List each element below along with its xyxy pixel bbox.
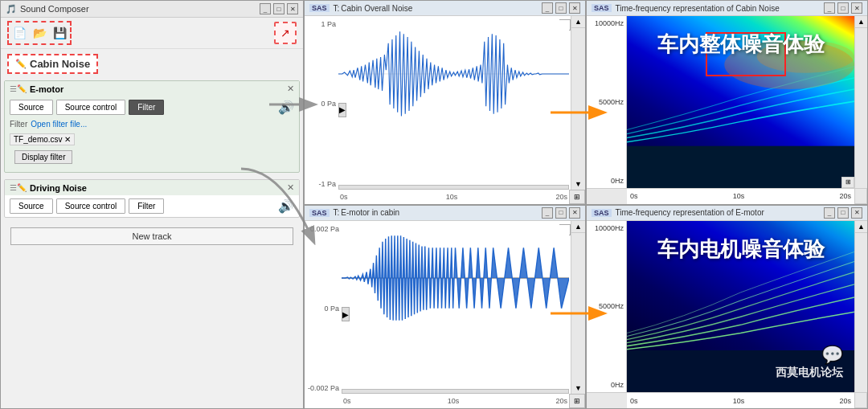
track-container: ☰ ✏️ E-motor ✕ Source Source control Fil… xyxy=(1,77,303,408)
minimize-btn[interactable]: _ xyxy=(260,3,271,14)
tf-cabin-chinese-text: 车内整体噪音体验 xyxy=(631,31,851,59)
driving-noise-track: ☰ ✏️ Driving Noise ✕ Source Source contr… xyxy=(4,179,300,218)
emoror-track-drag-icon: ☰ xyxy=(10,84,17,93)
driving-source-button[interactable]: Source xyxy=(10,198,53,214)
new-track-button[interactable]: New track xyxy=(10,227,293,245)
driving-noise-track-header: ☰ ✏️ Driving Noise ✕ xyxy=(5,180,299,195)
tf-emoror-panel: SAS Time-frequency representation of E-m… xyxy=(586,205,868,410)
driving-track-drag-icon: ☰ xyxy=(10,183,17,192)
cabin-waveform-svg xyxy=(338,20,569,128)
emoror-in-cabin-panel: SAS T: E-motor in cabin _ □ ✕ 🔊 E-motor … xyxy=(304,205,586,410)
emoror-x-10: 10s xyxy=(448,397,460,405)
cabin-overall-noise-title-prefix: T: xyxy=(334,4,340,13)
cabin-overall-noise-titlebar: SAS T: Cabin Overall Noise _ □ ✕ xyxy=(305,1,585,16)
tf-expand-icon[interactable]: ⊞ xyxy=(845,178,851,186)
sas-badge-1: SAS xyxy=(309,4,330,12)
cabin-y-label-top: 1 Pa xyxy=(305,20,336,28)
tl-close-btn[interactable]: ✕ xyxy=(569,2,580,14)
bl-minimize-btn[interactable]: _ xyxy=(542,207,553,219)
bl-maximize-btn[interactable]: □ xyxy=(555,207,567,219)
cabin-vscroll[interactable]: ▲ ▼ xyxy=(571,16,585,190)
tf-emoror-y-mid: 5000Hz xyxy=(589,302,624,310)
tf-emoror-x-20: 20s xyxy=(839,397,851,405)
share-button[interactable]: ↗ xyxy=(274,22,297,44)
cabin-overall-noise-title: Cabin Overall Noise xyxy=(341,4,539,13)
emoror-vscroll[interactable]: ▲ ▼ xyxy=(571,221,585,395)
tf-cabin-noise-panel: SAS Time-frequency representation of Cab… xyxy=(586,0,868,205)
cabin-noise-label: Cabin Noise xyxy=(30,58,90,70)
tf-emoror-x-0: 0s xyxy=(630,397,638,405)
emoror-filter-row: Filter Open filter file... xyxy=(5,118,299,132)
close-btn[interactable]: ✕ xyxy=(287,3,298,14)
cabin-y-label-bot: -1 Pa xyxy=(305,180,336,188)
tf-cabin-corner xyxy=(854,188,867,204)
tf-cabin-y-mid: 5000Hz xyxy=(589,98,624,106)
cabin-x-axis: 0s 10s 20s xyxy=(338,190,569,204)
save-file-button[interactable]: 💾 xyxy=(51,24,68,42)
toolbar: 📄 📂 💾 ↗ xyxy=(1,18,303,49)
open-filter-link[interactable]: Open filter file... xyxy=(31,120,87,129)
tf-cabin-y-axis: 10000Hz 5000Hz 0Hz xyxy=(587,16,627,188)
tf-emoror-chart: 10000Hz 5000Hz 0Hz xyxy=(587,221,867,409)
tf-cabin-x-0: 0s xyxy=(630,192,638,200)
file-tag: TF_demo.csv ✕ xyxy=(10,133,75,145)
tr-minimize-btn[interactable]: _ xyxy=(824,2,835,14)
emoror-filter-button[interactable]: Filter xyxy=(129,100,164,115)
emoror-play-button[interactable]: ▶ xyxy=(342,307,350,321)
open-file-button[interactable]: 📂 xyxy=(31,24,48,42)
tf-emoror-y-bot: 0Hz xyxy=(589,381,624,389)
tf-emoror-chinese-text: 车内电机噪音体验 xyxy=(631,235,851,264)
emoror-source-button[interactable]: Source xyxy=(10,100,53,115)
tr-close-btn[interactable]: ✕ xyxy=(851,2,862,14)
br-maximize-btn[interactable]: □ xyxy=(837,207,849,219)
tr-maximize-btn[interactable]: □ xyxy=(837,2,849,14)
sas-badge-3: SAS xyxy=(309,209,330,217)
tf-emoror-vscroll[interactable]: ▲ xyxy=(854,221,867,393)
tl-minimize-btn[interactable]: _ xyxy=(542,2,553,14)
emoror-expand-icon[interactable]: ⊞ xyxy=(574,397,580,405)
display-filter-button[interactable]: Display filter xyxy=(14,150,72,164)
vscroll-up-icon[interactable]: ▲ xyxy=(571,16,585,28)
driving-noise-track-close-btn[interactable]: ✕ xyxy=(287,182,294,193)
emoror-in-cabin-titlebar: SAS T: E-motor in cabin _ □ ✕ xyxy=(305,206,585,221)
emoror-track-close-btn[interactable]: ✕ xyxy=(287,84,294,94)
file-close-icon[interactable]: ✕ xyxy=(64,135,71,144)
emoror-y-top: 0.002 Pa xyxy=(305,225,339,233)
br-minimize-btn[interactable]: _ xyxy=(824,207,835,219)
cabin-overall-noise-panel: SAS T: Cabin Overall Noise _ □ ✕ 🔊 Cabin… xyxy=(304,0,586,205)
tf-emoror-x-10: 10s xyxy=(733,397,745,405)
emoror-vscroll-down[interactable]: ▼ xyxy=(571,382,585,394)
cabin-hscroll[interactable] xyxy=(338,185,569,190)
play-button[interactable]: ▶ xyxy=(338,103,346,117)
expand-icon[interactable]: ⊞ xyxy=(574,193,580,201)
driving-noise-buttons-row: Source Source control Filter 🔊 xyxy=(5,195,299,217)
tf-emoror-hscroll[interactable] xyxy=(587,392,627,408)
file-tag-row: TF_demo.csv ✕ xyxy=(5,132,299,147)
tf-emoror-vscroll-up[interactable]: ▲ xyxy=(855,221,867,233)
emoror-x-axis: 0s 10s 20s xyxy=(342,394,569,408)
br-close-btn[interactable]: ✕ xyxy=(851,207,862,219)
maximize-btn[interactable]: □ xyxy=(273,3,285,14)
bl-close-btn[interactable]: ✕ xyxy=(569,207,580,219)
tl-maximize-btn[interactable]: □ xyxy=(555,2,567,14)
cabin-x-label-0: 0s xyxy=(340,193,348,201)
cabin-y-label-mid: 0 Pa xyxy=(305,100,336,108)
tf-cabin-noise-title: Time-frequency representation of Cabin N… xyxy=(616,4,821,13)
emoror-track-header: ☰ ✏️ E-motor ✕ xyxy=(5,81,299,96)
vscroll-down-icon[interactable]: ▼ xyxy=(571,178,585,190)
emoror-x-20: 20s xyxy=(555,397,567,405)
emoror-hscroll[interactable] xyxy=(342,389,569,394)
new-file-button[interactable]: 📄 xyxy=(10,24,28,42)
emoror-vscroll-up[interactable]: ▲ xyxy=(571,221,585,233)
tf-emoror-corner xyxy=(854,392,867,408)
tf-vscroll-up[interactable]: ▲ xyxy=(855,16,867,28)
cabin-x-label-10: 10s xyxy=(446,193,458,201)
driving-source-control-button[interactable]: Source control xyxy=(56,198,125,214)
tf-cabin-hscroll[interactable] xyxy=(587,188,627,204)
cabin-bottom-tools: ⊞ xyxy=(569,190,585,204)
emoror-x-0: 0s xyxy=(343,397,351,405)
driving-filter-button[interactable]: Filter xyxy=(129,198,164,214)
tf-cabin-vscroll[interactable]: ▲ xyxy=(854,16,867,188)
emoror-speaker-icon: 🔊 xyxy=(278,100,294,115)
emoror-source-control-button[interactable]: Source control xyxy=(56,100,125,115)
